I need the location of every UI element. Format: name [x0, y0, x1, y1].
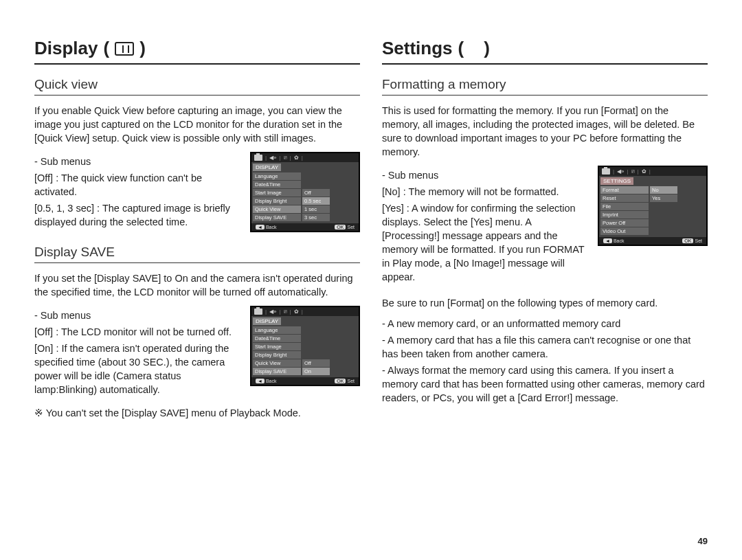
submenu-item: [On] : If the camera isn't operated duri…: [34, 341, 242, 396]
display-save-note: ※ You can't set the [Display SAVE] menu …: [34, 407, 360, 418]
quick-view-paragraph: If you enable Quick View before capturin…: [34, 104, 360, 145]
camera-icon: [254, 309, 262, 315]
camera-icon: [602, 168, 610, 175]
left-column: Display ( ) Quick view If you enable Qui…: [34, 38, 360, 418]
formatting-bullet: - A memory card that has a ﬁle this came…: [382, 333, 708, 361]
display-icon: ⎚: [631, 168, 635, 175]
display-icon: ⎚: [284, 309, 287, 315]
submenu-item: [0.5, 1, 3 sec] : The captured image is …: [34, 201, 242, 229]
submenus-label: - Sub menus: [34, 309, 242, 322]
submenu-item: [Off] : The quick view function can't be…: [34, 171, 242, 199]
gear-icon: ✿: [294, 309, 299, 315]
monitor-icon: [115, 42, 134, 56]
chapter-title: Settings: [382, 38, 453, 59]
chapter-title: Display: [34, 38, 98, 59]
gear-icon: ✿: [642, 168, 647, 175]
section-heading-formatting: Formatting a memory: [382, 77, 708, 96]
sound-icon: ◀»: [269, 309, 276, 315]
display-save-paragraph: If you set the [Display SAVE] to On and …: [34, 271, 360, 299]
submenu-item: [Off] : The LCD monitor will not be turn…: [34, 325, 242, 339]
submenu-item: [Yes] : A window for conﬁrming the selec…: [382, 201, 589, 284]
lcd-screenshot-settings-format: |◀»|⎚|✿| SETTINGS FormatNo ResetYes File…: [598, 166, 708, 246]
camera-icon: [254, 155, 262, 161]
display-icon: ⎚: [284, 155, 287, 161]
submenus-label: - Sub menus: [34, 155, 242, 168]
formatting-bullet: - A new memory card, or an unformatted m…: [382, 317, 708, 331]
sound-icon: ◀»: [269, 155, 276, 161]
right-column: Settings ( ) Formatting a memory This is…: [382, 38, 708, 418]
chapter-heading-display: Display ( ): [34, 38, 360, 65]
submenus-label: - Sub menus: [382, 168, 589, 182]
formatting-bullet: - Always format the memory card using th…: [382, 363, 708, 405]
chapter-heading-settings: Settings ( ): [382, 38, 708, 65]
formatting-paragraph: This is used for formatting the memory. …: [382, 104, 708, 159]
lcd-screenshot-quick-view: |◀»|⎚|✿| DISPLAY Language Date&Time Star…: [250, 152, 360, 232]
lcd-screenshot-display-save: |◀»|⎚|✿| DISPLAY Language Date&Time Star…: [250, 306, 360, 386]
gear-icon: ✿: [294, 155, 299, 161]
page-number: 49: [698, 536, 708, 546]
section-heading-quick-view: Quick view: [34, 77, 360, 96]
sound-icon: ◀»: [617, 168, 624, 175]
section-heading-display-save: Display SAVE: [34, 245, 360, 263]
submenu-item: [No] : The memory will not be formatted.: [382, 185, 589, 199]
formatting-after-text: Be sure to run [Format] on the following…: [382, 296, 708, 310]
